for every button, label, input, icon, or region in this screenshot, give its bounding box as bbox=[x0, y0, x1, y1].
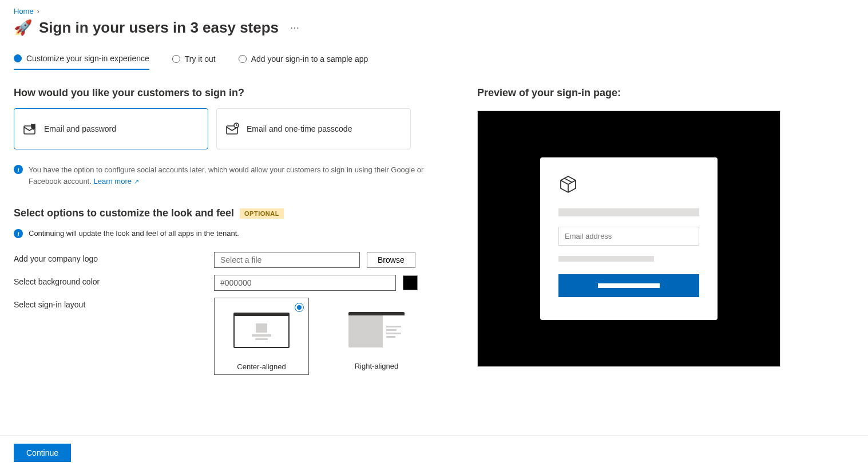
preview-description-placeholder bbox=[558, 256, 654, 262]
more-actions-button[interactable]: ⋯ bbox=[290, 22, 300, 33]
layout-label: Select sign-in layout bbox=[14, 298, 203, 309]
radio-empty-icon bbox=[239, 55, 247, 63]
signin-preview-card bbox=[540, 157, 718, 320]
chevron-right-icon: › bbox=[37, 7, 39, 15]
external-link-icon: ↗ bbox=[134, 178, 139, 185]
page-title: Sign in your users in 3 easy steps bbox=[39, 19, 279, 37]
preview-submit-button bbox=[558, 274, 699, 297]
rocket-icon: 🚀 bbox=[14, 19, 32, 37]
step-label: Try it out bbox=[185, 54, 216, 64]
radio-filled-icon bbox=[14, 54, 22, 62]
step-try-it-out[interactable]: Try it out bbox=[172, 54, 216, 70]
social-accounts-info: i You have the option to configure socia… bbox=[14, 164, 426, 187]
customize-heading: Select options to customize the look and… bbox=[14, 207, 234, 219]
layout-right-preview-icon bbox=[333, 301, 420, 358]
layout-options: Center-aligned bbox=[214, 298, 423, 375]
layout-right-label: Right-aligned bbox=[333, 362, 420, 370]
wizard-steps: Customize your sign-in experience Try it… bbox=[14, 54, 854, 70]
info-icon: i bbox=[14, 165, 23, 174]
step-customize[interactable]: Customize your sign-in experience bbox=[14, 54, 149, 70]
mail-clock-icon bbox=[226, 123, 240, 135]
signin-method-cards: Email and password Email and one-time pa… bbox=[14, 108, 426, 149]
breadcrumb: Home › bbox=[14, 7, 854, 15]
info-icon: i bbox=[14, 229, 23, 238]
logo-file-input[interactable] bbox=[214, 252, 360, 268]
bgcolor-label: Select background color bbox=[14, 275, 203, 286]
browse-button[interactable]: Browse bbox=[367, 252, 415, 268]
optional-badge: OPTIONAL bbox=[240, 208, 284, 219]
learn-more-link[interactable]: Learn more ↗ bbox=[93, 177, 138, 185]
logo-label: Add your company logo bbox=[14, 252, 203, 263]
method-email-passcode-card[interactable]: Email and one-time passcode bbox=[216, 108, 411, 149]
signin-method-heading: How would you like your customers to sig… bbox=[14, 87, 426, 99]
warning-text: Continuing will update the look and feel… bbox=[29, 229, 239, 238]
radio-empty-icon bbox=[172, 55, 180, 63]
preview-heading: Preview of your sign-in page: bbox=[477, 87, 786, 99]
method-label: Email and one-time passcode bbox=[247, 124, 352, 133]
preview-logo-placeholder bbox=[558, 175, 699, 196]
radio-selected-icon bbox=[295, 303, 304, 312]
layout-center-label: Center-aligned bbox=[218, 362, 305, 371]
page-header: 🚀 Sign in your users in 3 easy steps ⋯ bbox=[14, 19, 854, 37]
method-email-password-card[interactable]: Email and password bbox=[14, 108, 208, 149]
breadcrumb-home-link[interactable]: Home bbox=[14, 7, 34, 15]
step-add-sample-app[interactable]: Add your sign-in to a sample app bbox=[239, 54, 368, 70]
box-icon bbox=[558, 175, 578, 194]
tenant-warning: i Continuing will update the look and fe… bbox=[14, 228, 426, 238]
method-label: Email and password bbox=[44, 124, 116, 133]
bgcolor-input[interactable] bbox=[214, 275, 396, 291]
signin-preview-frame bbox=[477, 110, 780, 367]
preview-email-input bbox=[558, 227, 699, 246]
layout-right-option[interactable]: Right-aligned bbox=[330, 298, 423, 375]
layout-center-option[interactable]: Center-aligned bbox=[214, 298, 309, 375]
step-label: Add your sign-in to a sample app bbox=[251, 54, 368, 64]
bgcolor-swatch[interactable] bbox=[403, 275, 418, 290]
mail-shield-icon bbox=[23, 123, 37, 135]
layout-center-preview-icon bbox=[218, 302, 305, 359]
info-text: You have the option to configure social … bbox=[29, 165, 423, 185]
preview-title-placeholder bbox=[558, 208, 699, 216]
step-label: Customize your sign-in experience bbox=[26, 54, 149, 63]
